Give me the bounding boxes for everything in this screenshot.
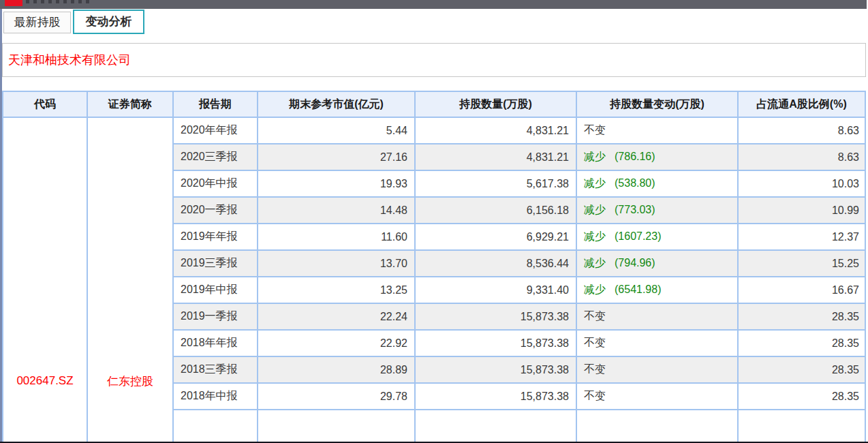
ratio-cell: 8.63: [738, 144, 865, 170]
change-label: 减少: [584, 204, 606, 215]
quantity-cell: 15,873.38: [415, 303, 576, 330]
change-amount: (794.96): [615, 257, 655, 269]
col-header-quantity: 持股数量(万股): [415, 91, 576, 117]
quantity-cell: 15,873.38: [415, 330, 576, 356]
market-value-cell: 11.60: [258, 224, 415, 250]
change-cell: 减少(538.80): [576, 170, 738, 197]
app-window: 最新持股 变动分析 天津和柚技术有限公司 代码证券简称报告期期末参考市值(亿元)…: [0, 0, 868, 443]
change-cell: 减少(1607.23): [576, 224, 738, 250]
empty-cell: [415, 410, 576, 443]
ratio-cell: 28.35: [738, 303, 865, 330]
col-header-ratio: 占流通A股比例(%): [738, 91, 865, 117]
quantity-cell: 15,873.38: [415, 383, 576, 410]
change-label: 不变: [584, 124, 606, 136]
report-period-cell: 2020年中报: [173, 170, 258, 197]
change-label: 不变: [584, 390, 606, 401]
ratio-cell: 15.25: [738, 250, 865, 277]
change-cell: 不变: [576, 383, 738, 410]
change-cell: 减少(773.03): [576, 197, 738, 224]
report-period-cell: 2020一季报: [173, 197, 258, 224]
ratio-cell: 28.35: [738, 383, 865, 410]
col-header-name: 证券简称: [87, 91, 173, 117]
col-header-period: 报告期: [173, 91, 258, 117]
market-value-cell: 14.48: [258, 197, 415, 224]
ratio-cell: 28.35: [738, 356, 865, 383]
change-cell: 减少(786.16): [576, 144, 738, 170]
empty-cell: [173, 410, 258, 443]
stock-code-cell: 002647.SZ: [3, 117, 87, 443]
col-header-code: 代码: [3, 91, 87, 117]
change-amount: (6541.98): [615, 284, 662, 295]
table-header-row: 代码证券简称报告期期末参考市值(亿元)持股数量(万股)持股数量变动(万股)占流通…: [3, 91, 865, 117]
holdings-change-table: 代码证券简称报告期期末参考市值(亿元)持股数量(万股)持股数量变动(万股)占流通…: [2, 91, 866, 443]
quantity-cell: 4,831.21: [415, 117, 576, 144]
market-value-cell: 28.89: [258, 356, 415, 383]
report-period-cell: 2019一季报: [173, 303, 258, 330]
market-value-cell: 22.92: [258, 330, 415, 356]
quantity-cell: 6,156.18: [415, 197, 576, 224]
empty-cell: [738, 410, 865, 443]
change-cell: 减少(6541.98): [576, 277, 738, 303]
report-period-cell: 2019年年报: [173, 224, 258, 250]
empty-cell: [258, 410, 415, 443]
holdings-change-table-area: 代码证券简称报告期期末参考市值(亿元)持股数量(万股)持股数量变动(万股)占流通…: [2, 91, 866, 443]
change-label: 减少: [584, 230, 606, 242]
quantity-cell: 15,873.38: [415, 356, 576, 383]
col-header-market-value: 期末参考市值(亿元): [258, 91, 415, 117]
report-period-cell: 2020三季报: [173, 144, 258, 170]
window-titlebar: [0, 0, 867, 9]
ratio-cell: 12.37: [738, 224, 865, 250]
report-period-cell: 2018年中报: [173, 383, 258, 410]
quantity-cell: 5,617.38: [415, 170, 576, 197]
ratio-cell: 8.63: [738, 117, 865, 144]
change-cell: 不变: [576, 356, 738, 383]
report-period-cell: 2018年年报: [173, 330, 258, 356]
tab-change-analysis[interactable]: 变动分析: [73, 10, 144, 34]
change-amount: (538.80): [615, 177, 655, 189]
market-value-cell: 13.25: [258, 277, 415, 303]
ratio-cell: 16.67: [738, 277, 865, 303]
market-value-cell: 19.93: [258, 170, 415, 197]
change-label: 减少: [584, 284, 606, 295]
tab-bar: 最新持股 变动分析: [2, 9, 867, 34]
market-value-cell: 13.70: [258, 250, 415, 277]
company-name: 天津和柚技术有限公司: [8, 53, 131, 67]
market-value-cell: 29.78: [258, 383, 415, 410]
empty-cell: [576, 410, 738, 443]
change-cell: 减少(794.96): [576, 250, 738, 277]
quantity-cell: 9,331.40: [415, 277, 576, 303]
tab-latest-holdings[interactable]: 最新持股: [3, 12, 71, 33]
market-value-cell: 22.24: [258, 303, 415, 330]
ratio-cell: 10.99: [738, 197, 865, 224]
change-label: 不变: [584, 337, 606, 348]
change-cell: 不变: [576, 330, 738, 356]
table-row: 002647.SZ仁东控股2020年年报5.444,831.21不变8.63: [3, 117, 865, 144]
stock-name-cell: 仁东控股: [87, 117, 173, 443]
quantity-cell: 6,929.21: [415, 224, 576, 250]
col-header-change: 持股数量变动(万股): [576, 91, 738, 117]
company-name-box: 天津和柚技术有限公司: [2, 43, 866, 77]
change-label: 不变: [584, 310, 606, 322]
change-amount: (786.16): [615, 151, 655, 162]
quantity-cell: 8,536.44: [415, 250, 576, 277]
quantity-cell: 4,831.21: [415, 144, 576, 170]
change-label: 减少: [584, 177, 606, 189]
report-period-cell: 2019三季报: [173, 250, 258, 277]
ratio-cell: 10.03: [738, 170, 865, 197]
change-amount: (773.03): [615, 204, 655, 215]
market-value-cell: 5.44: [258, 117, 415, 144]
change-cell: 不变: [576, 303, 738, 330]
change-amount: (1607.23): [615, 230, 662, 242]
change-label: 不变: [584, 363, 606, 375]
change-label: 减少: [584, 257, 606, 269]
window-title-clipped-text: [26, 0, 91, 3]
report-period-cell: 2019年中报: [173, 277, 258, 303]
report-period-cell: 2018三季报: [173, 356, 258, 383]
change-cell: 不变: [576, 117, 738, 144]
market-value-cell: 27.16: [258, 144, 415, 170]
report-period-cell: 2020年年报: [173, 117, 258, 144]
app-icon: [5, 0, 22, 6]
ratio-cell: 28.35: [738, 330, 865, 356]
change-label: 减少: [584, 151, 606, 162]
